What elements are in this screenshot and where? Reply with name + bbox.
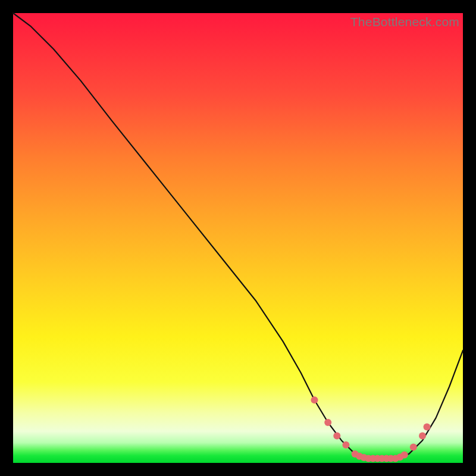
valley-marker (419, 433, 426, 440)
valley-marker (342, 441, 349, 449)
valley-marker (424, 424, 431, 431)
valley-marker (324, 419, 331, 426)
valley-marker (401, 451, 408, 458)
valley-marker (311, 396, 318, 403)
chart-stage: TheBottleneck.com (0, 0, 476, 476)
bottleneck-curve (13, 13, 463, 458)
valley-marker (410, 444, 417, 451)
plot-area: TheBottleneck.com (13, 13, 463, 463)
valley-marker (333, 433, 340, 440)
curve-svg (13, 13, 463, 463)
valley-markers (311, 396, 431, 462)
